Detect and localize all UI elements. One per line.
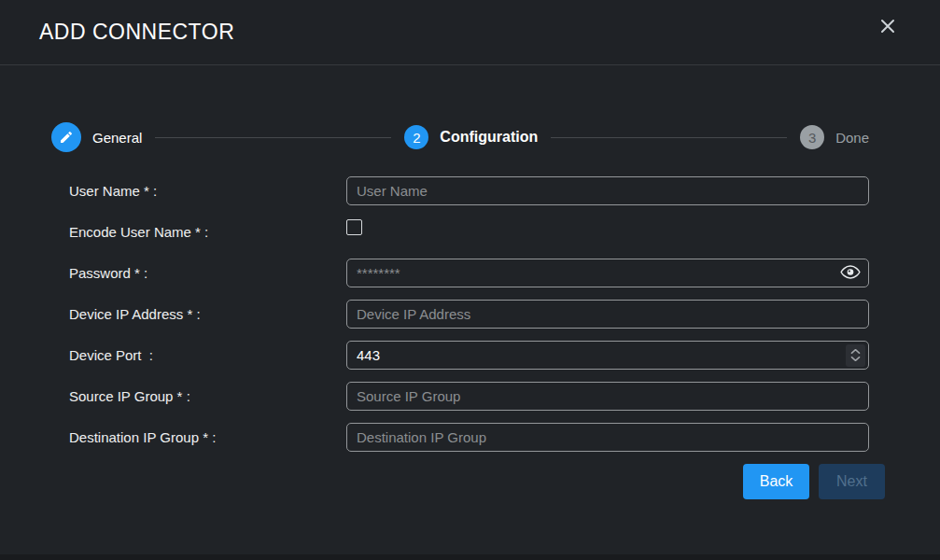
number-stepper[interactable] [846,344,865,367]
add-connector-modal: ADD CONNECTOR General 2 Configuration [0,0,940,560]
modal-header: ADD CONNECTOR [0,0,940,65]
step-number-3: 3 [800,125,824,149]
field-label: Password * : [69,265,346,281]
field-row-encode-username: Encode User Name * : [69,217,869,246]
source-ip-group-input[interactable] [346,382,869,411]
pencil-icon [51,122,81,152]
connector-form: User Name * : Encode User Name * : Passw… [69,176,869,452]
field-label: Encode User Name * : [69,224,346,240]
field-row-password: Password * : [69,259,869,287]
field-label: Source IP Group * : [69,388,346,404]
field-row-device-port: Device Port : [69,341,869,370]
step-label-general: General [92,130,142,146]
chevron-down-icon [850,356,861,362]
field-label: Destination IP Group * : [69,429,346,445]
chevron-up-icon [850,348,861,355]
step-connector [155,137,391,138]
encode-username-checkbox[interactable] [346,219,362,235]
field-row-source-ip-group: Source IP Group * : [69,382,869,411]
eye-icon [840,264,861,283]
back-button[interactable]: Back [743,464,809,499]
device-ip-input[interactable] [346,300,869,329]
step-done: 3 Done [800,125,869,149]
field-row-username: User Name * : [69,176,869,205]
device-port-input[interactable] [346,341,869,370]
destination-ip-group-input[interactable] [346,423,869,452]
show-password-button[interactable] [840,265,861,282]
close-icon [878,17,897,38]
wizard-buttons: Back Next [0,464,885,499]
field-label: User Name * : [69,183,346,199]
password-input[interactable] [346,259,869,287]
page-title: ADD CONNECTOR [39,20,234,45]
field-row-device-ip: Device IP Address * : [69,300,869,329]
step-label-done: Done [835,130,869,146]
step-label-configuration: Configuration [440,129,538,146]
modal-bottom-edge [0,554,940,560]
next-button[interactable]: Next [819,464,885,499]
step-general: General [51,122,142,152]
field-label: Device IP Address * : [69,306,346,322]
field-label: Device Port : [69,347,346,363]
step-connector [551,137,787,138]
step-number-2: 2 [404,125,428,149]
field-row-destination-ip-group: Destination IP Group * : [69,423,869,452]
wizard-stepper: General 2 Configuration 3 Done [51,122,869,152]
close-button[interactable] [877,16,899,38]
username-input[interactable] [346,176,869,205]
step-configuration: 2 Configuration [404,125,538,149]
